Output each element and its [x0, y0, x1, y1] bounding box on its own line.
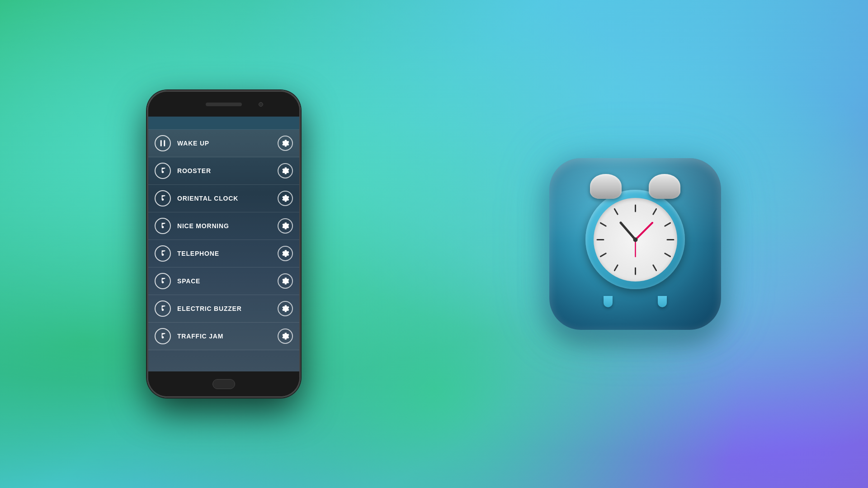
clock-foot-left: [604, 296, 613, 307]
ringtone-item[interactable]: ORIENTAL CLOCK: [148, 185, 299, 212]
ringtone-name: TRAFFIC JAM: [177, 333, 278, 340]
clock-bell-left: [590, 174, 622, 199]
phone-bottom-bar: [148, 371, 299, 396]
ringtone-item[interactable]: TELEPHONE: [148, 240, 299, 267]
ringtone-name: WAKE UP: [177, 140, 278, 147]
ringtone-item[interactable]: TRAFFIC JAM: [148, 323, 299, 350]
play-button[interactable]: [155, 273, 171, 289]
ringtone-list: WAKE UP ROOSTER ORIENTAL CLOCK NICE MORN…: [148, 130, 299, 371]
svg-line-4: [665, 223, 670, 226]
clock-app-icon[interactable]: [549, 158, 721, 330]
svg-point-17: [633, 237, 637, 242]
ringtone-item[interactable]: WAKE UP: [148, 130, 299, 157]
main-scene: WAKE UP ROOSTER ORIENTAL CLOCK NICE MORN…: [0, 0, 868, 488]
clock-body: [585, 190, 685, 289]
play-button[interactable]: [155, 245, 171, 262]
ringtone-item[interactable]: SPACE: [148, 267, 299, 295]
clock-bells: [572, 174, 698, 199]
ringtone-name: NICE MORNING: [177, 222, 278, 230]
clock-foot-right: [658, 296, 667, 307]
ringtone-name: ORIENTAL CLOCK: [177, 195, 278, 202]
app-header: [148, 117, 299, 130]
svg-line-7: [653, 265, 656, 270]
svg-line-15: [635, 223, 652, 240]
phone-device: WAKE UP ROOSTER ORIENTAL CLOCK NICE MORN…: [147, 90, 301, 398]
clock-illustration: [572, 172, 698, 316]
ringtone-settings-button[interactable]: [278, 273, 293, 289]
ringtone-name: ROOSTER: [177, 167, 278, 174]
phone-mockup: WAKE UP ROOSTER ORIENTAL CLOCK NICE MORN…: [147, 90, 301, 398]
svg-rect-1: [164, 140, 165, 146]
play-button[interactable]: [155, 218, 171, 234]
phone-top-bar: [148, 92, 299, 117]
phone-screen: WAKE UP ROOSTER ORIENTAL CLOCK NICE MORN…: [148, 117, 299, 371]
ringtone-settings-button[interactable]: [278, 246, 293, 261]
ringtone-settings-button[interactable]: [278, 136, 293, 151]
svg-line-10: [600, 253, 606, 256]
phone-camera: [259, 102, 263, 107]
play-button[interactable]: [155, 163, 171, 179]
ringtone-settings-button[interactable]: [278, 191, 293, 206]
play-button[interactable]: [155, 190, 171, 206]
svg-line-9: [614, 265, 618, 270]
ringtone-settings-button[interactable]: [278, 328, 293, 344]
pause-button[interactable]: [155, 135, 171, 151]
svg-line-14: [621, 223, 636, 240]
ringtone-settings-button[interactable]: [278, 301, 293, 316]
ringtone-item[interactable]: NICE MORNING: [148, 212, 299, 240]
clock-face-svg: [594, 198, 677, 282]
ringtone-name: SPACE: [177, 277, 278, 285]
svg-line-6: [665, 253, 670, 256]
clock-bell-right: [649, 174, 680, 199]
play-button[interactable]: [155, 328, 171, 344]
home-button[interactable]: [212, 379, 235, 389]
ringtone-name: TELEPHONE: [177, 250, 278, 257]
clock-face: [594, 198, 677, 282]
play-button[interactable]: [155, 300, 171, 317]
clock-feet: [572, 296, 698, 307]
ringtone-name: ELECTRIC BUZZER: [177, 305, 278, 312]
svg-line-3: [653, 209, 656, 214]
svg-rect-0: [160, 140, 162, 146]
svg-line-13: [614, 209, 618, 214]
ringtone-item[interactable]: ELECTRIC BUZZER: [148, 295, 299, 323]
ringtone-settings-button[interactable]: [278, 163, 293, 178]
svg-line-12: [600, 223, 606, 226]
clock-app-icon-wrapper: [549, 158, 721, 330]
ringtone-settings-button[interactable]: [278, 218, 293, 234]
ringtone-item[interactable]: ROOSTER: [148, 157, 299, 185]
phone-speaker: [206, 103, 242, 106]
